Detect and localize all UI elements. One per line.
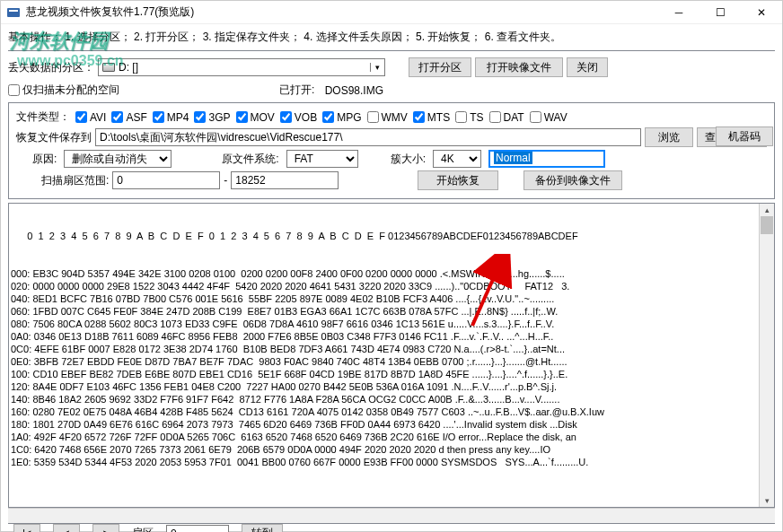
range-to-input[interactable] (231, 171, 339, 189)
hex-line: 180: 1801 270D 0A49 6E76 616C 6964 2073 … (11, 418, 772, 431)
range-from-input[interactable] (112, 171, 220, 189)
first-sector-button[interactable]: |< (13, 524, 40, 533)
partition-label: 丢失数据的分区： (8, 60, 94, 75)
reason-label: 原因: (32, 152, 57, 167)
svg-rect-1 (9, 10, 18, 12)
save-label: 恢复文件保存到 (16, 130, 92, 145)
disk-icon (102, 63, 115, 72)
browse-button[interactable]: 浏览 (645, 127, 693, 147)
filetype-label: 文件类型： (16, 109, 70, 125)
filetype-wav[interactable]: WAV (530, 111, 567, 124)
hex-line: 060: 1FBD 007C C645 FE0F 384E 247D 208B … (11, 305, 772, 318)
scan-unallocated-checkbox[interactable]: 仅扫描未分配的空间 (8, 83, 119, 98)
hex-line: 080: 7506 80CA 0288 5602 80C3 1073 ED33 … (11, 318, 772, 330)
hex-line: 020: 0000 0000 0000 29E8 1522 3043 4442 … (11, 280, 772, 292)
filetype-wmv[interactable]: WMV (367, 111, 408, 124)
hex-line: 120: 8A4E 0DF7 E103 46FC 1356 FEB1 04E8 … (11, 380, 772, 393)
save-path-input[interactable] (95, 128, 641, 146)
maximize-button[interactable]: ☐ (699, 1, 741, 24)
hex-line: 1C0: 6420 7468 656E 2070 7265 7373 2061 … (11, 443, 772, 456)
minimize-button[interactable]: ─ (658, 1, 699, 24)
opened-label: 已打开: (279, 83, 314, 98)
prev-sector-button[interactable]: < (53, 524, 80, 533)
hex-line: 0A0: 0346 0E13 D18B 7611 6089 46FC 8956 … (11, 330, 772, 343)
hscrollbar[interactable] (8, 508, 775, 523)
sector-input[interactable] (166, 525, 229, 533)
filetype-mp4[interactable]: MP4 (153, 111, 189, 124)
hex-line: 0E0: 3BFB 72E7 EBDD FE0E D87D 7BA7 BE7F … (11, 355, 772, 368)
filetype-ts[interactable]: TS (455, 111, 483, 124)
filetype-dat[interactable]: DAT (489, 111, 524, 124)
filetype-avi[interactable]: AVI (75, 111, 106, 124)
svg-rect-0 (7, 8, 20, 17)
filetype-3gp[interactable]: 3GP (194, 111, 230, 124)
hex-line: 000: EB3C 904D 5357 494E 342E 3100 0208 … (11, 267, 772, 280)
fs-label: 原文件系统: (222, 152, 278, 167)
start-recover-button[interactable]: 开始恢复 (418, 170, 498, 190)
cluster-select[interactable]: 4K (433, 150, 481, 168)
close-button[interactable]: ✕ (741, 1, 782, 24)
window-title: 慧龙视频文件恢复软件1.77(预览版) (26, 4, 658, 20)
hex-line: 1A0: 492F 4F20 6572 726F 72FF 0D0A 5265 … (11, 431, 772, 443)
mode-select[interactable]: Normal (488, 150, 605, 168)
next-sector-button[interactable]: > (92, 524, 119, 533)
cluster-label: 簇大小: (391, 152, 426, 167)
range-label: 扫描扇区范围: (41, 173, 109, 188)
hex-line: 160: 0280 7E02 0E75 048A 46B4 428B F485 … (11, 406, 772, 418)
filetype-mts[interactable]: MTS (413, 111, 450, 124)
fs-select[interactable]: FAT (286, 150, 358, 168)
close-file-button[interactable]: 关闭 (567, 57, 608, 77)
opened-value: DOS98.IMG (325, 84, 383, 97)
hex-line: 1E0: 5359 534D 5344 4F53 2020 2053 5953 … (11, 456, 772, 468)
reason-select[interactable]: 删除或自动消失 (64, 150, 172, 168)
hex-line: 140: 8B46 18A2 2605 9692 33D2 F7F6 91F7 … (11, 393, 772, 406)
vscrollbar[interactable]: ▴▾ (759, 204, 774, 507)
hex-line: 040: 8ED1 BCFC 7B16 07BD 7B00 C576 001E … (11, 292, 772, 305)
sector-label: 扇区 (132, 526, 154, 532)
goto-button[interactable]: 转到 (242, 524, 283, 533)
open-partition-button[interactable]: 打开分区 (409, 57, 471, 77)
backup-image-button[interactable]: 备份到映像文件 (523, 170, 622, 190)
open-image-button[interactable]: 打开映像文件 (475, 57, 563, 77)
filetype-mpg[interactable]: MPG (322, 111, 361, 124)
hex-line: 0C0: 4EFE 61BF 0007 E828 0172 3E38 2D74 … (11, 343, 772, 355)
hex-view[interactable]: 0 1 2 3 4 5 6 7 8 9 A B C D E F 0 1 2 3 … (8, 203, 775, 508)
app-icon (6, 5, 21, 20)
hex-line: 100: CD10 EBEF BE82 7DEB E6BE 807D EBE1 … (11, 368, 772, 380)
machine-code-button[interactable]: 机器码 (716, 126, 773, 146)
filetype-asf[interactable]: ASF (111, 111, 146, 124)
filetype-vob[interactable]: VOB (280, 111, 317, 124)
filetype-mov[interactable]: MOV (236, 111, 275, 124)
steps-text: 基本操作： 1. 选择分区； 2. 打开分区； 3. 指定保存文件夹； 4. 选… (8, 30, 775, 45)
drive-select[interactable]: D: [] ▾ (98, 58, 385, 76)
